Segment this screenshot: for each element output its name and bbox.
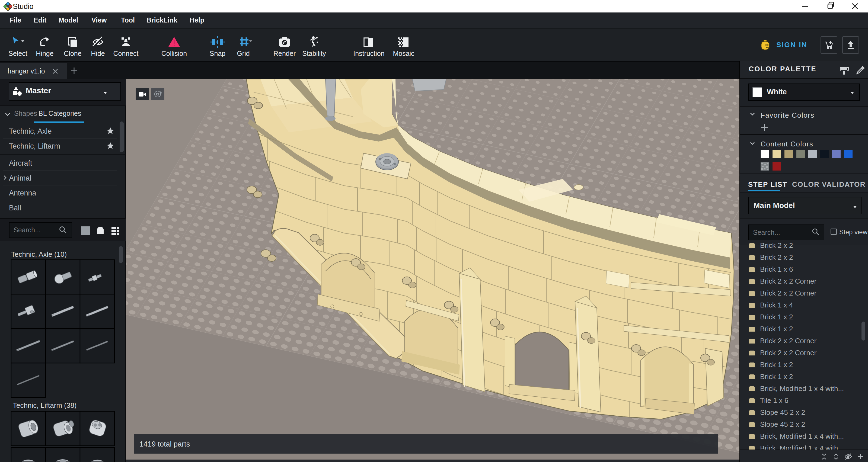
svg-text:Technic, Liftarm (38): Technic, Liftarm (38) <box>13 401 77 409</box>
svg-text:1419 total parts: 1419 total parts <box>140 440 190 448</box>
svg-text:Technic, Axle (10): Technic, Axle (10) <box>11 250 67 258</box>
